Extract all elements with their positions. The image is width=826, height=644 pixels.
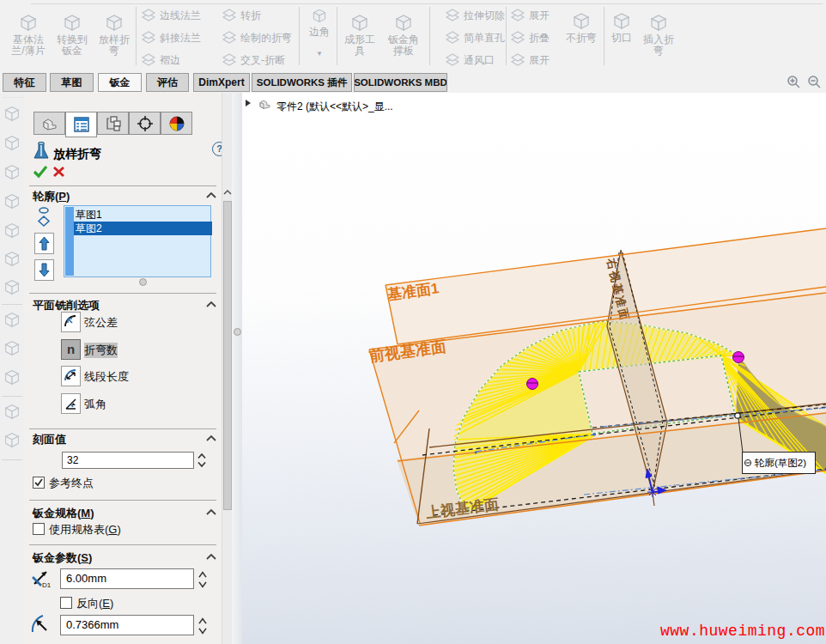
svg-text:D1: D1 [42, 581, 52, 589]
svg-text:轮廓(草图2): 轮廓(草图2) [754, 458, 806, 468]
svg-text:n: n [67, 342, 75, 356]
